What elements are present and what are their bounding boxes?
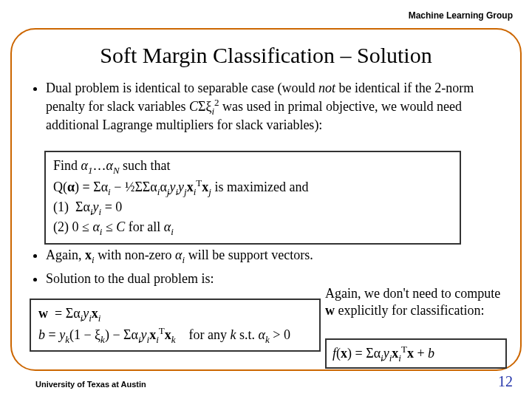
- box1-dots: …: [92, 158, 106, 173]
- aside-text: Again, we don't need to compute w explic…: [325, 285, 508, 318]
- box2-w: w: [38, 306, 48, 321]
- box1-l4-alpha: α: [92, 219, 99, 234]
- box2-l2-par: (1 − ξ: [69, 327, 100, 342]
- bullet-1-C: C: [189, 99, 198, 114]
- b2a-2: with non-zero: [95, 248, 175, 262]
- box1-l4a: (2) 0 ≤: [53, 219, 92, 234]
- dual-problem-box: Find α1…αN such that Q(α) = Σαi − ½ΣΣαiα…: [44, 151, 461, 245]
- solution-box: w = Σαiyixi b = yk(1 − ξk) − ΣαiyixiTxk …: [30, 299, 321, 352]
- decision-function-box: f(x) = ΣαiyixiTx + b: [325, 338, 507, 369]
- b2a-alpha: α: [175, 248, 182, 262]
- box1-l1a: Find: [53, 158, 81, 173]
- box3-xi: x: [392, 346, 398, 361]
- bullet-2a: Again, xi with non-zero αi will be suppo…: [46, 247, 502, 266]
- box1-l2-y2: y: [178, 180, 184, 194]
- box1-l2-mid: − ½ΣΣα: [111, 180, 157, 194]
- bullet-list-2: Again, xi with non-zero αi will be suppo…: [30, 247, 502, 287]
- box1-l2-x2: x: [202, 180, 208, 194]
- box1-l3-a: (1) Σα: [53, 200, 90, 214]
- page-title: Soft Margin Classification – Solution: [0, 43, 532, 68]
- box1-subN: N: [113, 165, 120, 176]
- box3-line1: f(x) = ΣαiyixiTx + b: [332, 343, 499, 364]
- box1-line4: (2) 0 ≤ αi ≤ C for all αi: [53, 218, 452, 238]
- box2-l2-xk: x: [165, 327, 171, 342]
- box2-l1-y: y: [83, 306, 89, 321]
- footer-affiliation: University of Texas at Austin: [35, 380, 146, 389]
- box2-l1-x: x: [92, 306, 98, 321]
- box3-T: T: [401, 344, 407, 355]
- box2-line1: w = Σαiyixi: [38, 304, 312, 324]
- box1-line1: Find α1…αN such that: [53, 157, 452, 177]
- box1-Q: Q(α) = Σα: [53, 180, 108, 194]
- box1-alpha1: α: [81, 158, 88, 173]
- page-number: 12: [498, 373, 513, 390]
- box3-close: ) = Σα: [347, 346, 381, 361]
- bullet-1-a: Dual problem is identical to separable c…: [46, 81, 318, 95]
- box2-l2-tail: for any k s.t. α: [176, 327, 265, 342]
- header-group: Machine Learning Group: [409, 10, 513, 21]
- box1-l2-x1: x: [187, 180, 194, 194]
- b2b-1: Solution to the dual problem is:: [46, 271, 214, 286]
- b2a-1: Again,: [46, 248, 85, 262]
- bullet-list-1: Dual problem is identical to separable c…: [30, 80, 502, 134]
- box1-l3-y: y: [93, 200, 99, 214]
- box2-line2: b = yk(1 − ξk) − ΣαiyixiTxk for any k s.…: [38, 324, 312, 346]
- box2-l1-eq: = Σα: [48, 306, 81, 321]
- content-block-1: Dual problem is identical to separable c…: [30, 80, 502, 138]
- box3-y: y: [383, 346, 389, 361]
- box1-l1e: such that: [120, 158, 171, 173]
- box2-l2-T: T: [159, 325, 165, 336]
- box1-l3-eq: = 0: [101, 200, 122, 214]
- box1-l4-alpha2: α: [164, 219, 171, 234]
- box2-b: b: [38, 327, 45, 342]
- box1-l4-mid: ≤ C for all: [102, 219, 163, 234]
- bullet-2b: Solution to the dual problem is:: [46, 270, 502, 287]
- box1-l2-a2: α: [160, 180, 166, 194]
- box3-plusb: + b: [414, 346, 434, 361]
- box1-alphaN: α: [106, 158, 112, 173]
- b2a-x: x: [85, 248, 92, 262]
- bullet-1-not: not: [318, 81, 335, 95]
- box3-x: x: [341, 346, 347, 361]
- box1-l2-tail: is maximized and: [211, 180, 308, 194]
- box2-l2-gt: > 0: [270, 327, 290, 342]
- box2-l1-i3: i: [98, 313, 101, 324]
- box2-l2-a: = y: [45, 327, 65, 342]
- aside-3: explicitly for classification:: [335, 303, 484, 318]
- bullet-1-sigma: Σξ: [198, 99, 212, 114]
- box2-l2-x: x: [149, 327, 156, 342]
- box2-l2-b: ) − Σα: [105, 327, 138, 342]
- bullet-1: Dual problem is identical to separable c…: [46, 80, 502, 134]
- box3-x2: x: [407, 346, 414, 361]
- aside-w: w: [325, 303, 335, 318]
- box1-line2: Q(α) = Σαi − ½ΣΣαiαjyiyjxiTxj is maximiz…: [53, 177, 452, 198]
- box1-line3: (1) Σαiyi = 0: [53, 198, 452, 218]
- aside-1: Again, we don't need to compute: [325, 286, 500, 301]
- slide: Machine Learning Group Soft Margin Class…: [0, 0, 532, 399]
- box1-l4-i2: i: [171, 226, 174, 237]
- b2a-3: will be support vectors.: [185, 248, 313, 262]
- box2-l2-y: y: [141, 327, 147, 342]
